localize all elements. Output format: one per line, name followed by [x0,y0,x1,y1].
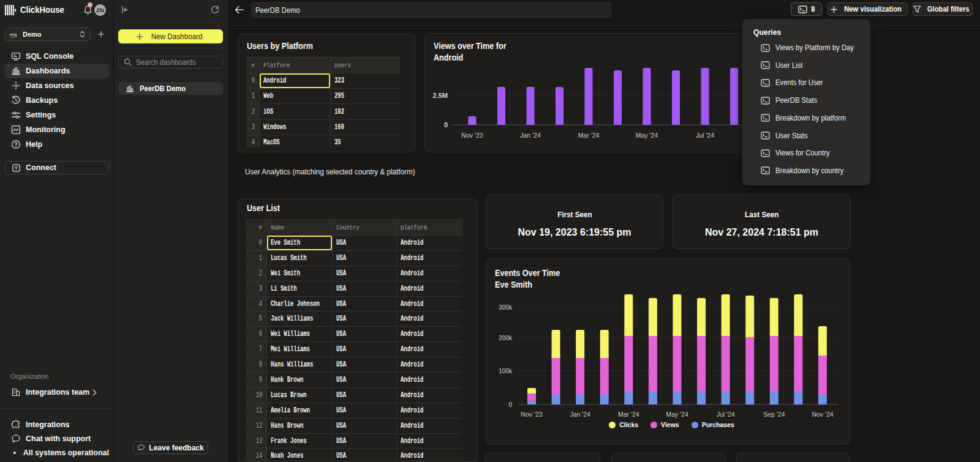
svg-text:2.5M: 2.5M [433,92,448,99]
svg-text:Jul '24: Jul '24 [717,411,735,418]
svg-text:Nov '23: Nov '23 [461,132,483,139]
svg-text:aws: aws [10,31,17,35]
svg-text:300k: 300k [499,304,513,311]
svg-text:0: 0 [444,121,448,129]
svg-text:Jan '24: Jan '24 [520,132,541,139]
svg-text:200k: 200k [499,335,513,341]
svg-text:Mar '24: Mar '24 [578,132,600,139]
svg-text:Mar '24: Mar '24 [618,411,639,418]
svg-text:Jan '24: Jan '24 [570,411,590,418]
svg-text:May '24: May '24 [666,411,688,418]
svg-text:Nov '23: Nov '23 [521,411,542,418]
svg-text:Sep '24: Sep '24 [763,411,785,418]
svg-text:100k: 100k [499,368,513,374]
svg-text:0: 0 [508,401,512,408]
svg-text:May '24: May '24 [636,132,658,139]
svg-text:Jul '24: Jul '24 [696,132,714,139]
svg-text:Nov '24: Nov '24 [812,411,833,418]
